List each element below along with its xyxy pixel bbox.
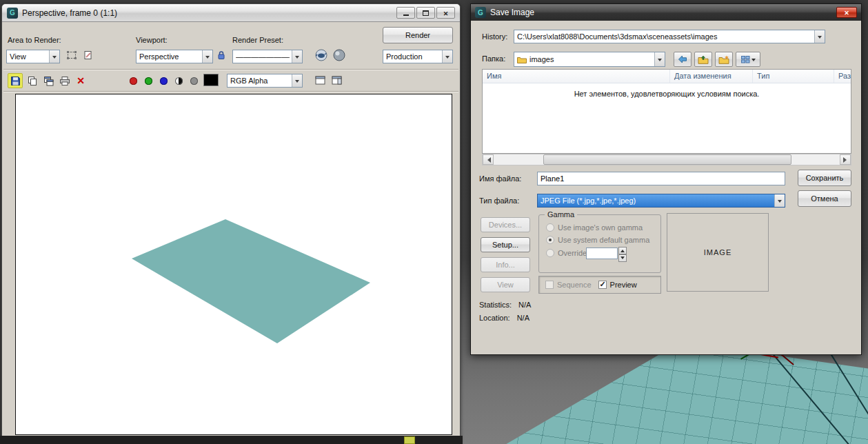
window-layout-icon: [315, 76, 325, 85]
save-image-button[interactable]: [8, 73, 23, 88]
taskbar-strip[interactable]: [0, 436, 463, 444]
statistics-label: Statistics:: [479, 301, 512, 309]
dialog-titlebar[interactable]: Save Image: [471, 4, 861, 21]
checkbox-checked-icon: [598, 281, 607, 289]
chevron-down-icon: [292, 50, 302, 63]
save-button[interactable]: Сохранить: [798, 170, 851, 186]
file-list[interactable]: Имя Дата изменения Тип Раз Нет элементов…: [482, 69, 851, 154]
up-one-level-button[interactable]: [694, 52, 712, 67]
toggle-ui-button[interactable]: [329, 72, 344, 88]
window-controls: [396, 7, 455, 19]
spinner-down-icon[interactable]: [618, 254, 627, 262]
clone-window-button[interactable]: [41, 73, 56, 88]
render-preset-select[interactable]: ——————————: [232, 50, 303, 63]
environment-effects-button[interactable]: [332, 48, 347, 63]
radio-checked-icon: [546, 236, 554, 244]
column-header-date-modified[interactable]: Дата изменения: [670, 70, 753, 83]
minimize-button[interactable]: [396, 7, 415, 19]
print-image-button[interactable]: [57, 73, 72, 88]
clear-x-icon: ✕: [77, 76, 85, 85]
auto-region-button[interactable]: [81, 48, 96, 63]
alpha-channel-button[interactable]: [188, 75, 200, 87]
lock-icon: [217, 50, 225, 61]
filetype-value: JPEG File (*.jpg,*.jpe,*.jpeg): [541, 196, 772, 205]
column-header-type[interactable]: Тип: [753, 70, 834, 83]
filetype-label: Тип файла:: [479, 196, 519, 205]
column-header-size[interactable]: Раз: [834, 70, 851, 83]
app-icon: [7, 8, 18, 19]
edit-region-icon: [66, 50, 77, 61]
background-color-swatch[interactable]: [203, 74, 219, 86]
filetype-select[interactable]: JPEG File (*.jpg,*.jpe,*.jpeg): [537, 194, 785, 208]
viewport-select[interactable]: Perspective: [136, 50, 213, 63]
sequence-checkbox-row[interactable]: Sequence: [545, 281, 592, 289]
view-button[interactable]: View: [481, 277, 530, 292]
green-channel-button[interactable]: [143, 75, 154, 87]
copy-image-button[interactable]: [24, 73, 39, 88]
gamma-option-own[interactable]: Use image's own gamma: [546, 223, 643, 232]
back-arrow-icon: [678, 55, 687, 63]
view-menu-button[interactable]: [736, 52, 760, 67]
cancel-button-label: Отмена: [811, 194, 838, 203]
save-icon: [10, 76, 21, 86]
blue-channel-button[interactable]: [158, 75, 170, 87]
production-mode-value: Production: [386, 52, 440, 61]
alpha-channel-icon: [190, 77, 198, 85]
preview-checkbox-row[interactable]: Preview: [598, 281, 637, 289]
folder-icon: [517, 56, 527, 63]
sphere-icon: [333, 49, 345, 61]
statistics-value: N/A: [518, 301, 531, 309]
scrollbar-thumb[interactable]: [543, 154, 791, 165]
desktop: Perspective, frame 0 (1:1) Area to Rende…: [0, 0, 868, 444]
setup-button[interactable]: Setup...: [481, 237, 530, 252]
chevron-down-icon: [774, 194, 785, 207]
taskbar-notification-button[interactable]: [404, 436, 415, 444]
info-button[interactable]: Info...: [481, 257, 530, 272]
close-icon: [443, 9, 449, 17]
history-label: History:: [482, 32, 507, 41]
production-mode-select[interactable]: Production: [383, 50, 453, 63]
save-image-dialog-icon: [475, 7, 486, 18]
save-button-label: Сохранить: [806, 174, 844, 182]
lock-viewport-button[interactable]: [214, 48, 228, 63]
folder-select[interactable]: images: [514, 52, 665, 67]
monochrome-channel-button[interactable]: [173, 75, 185, 87]
close-button[interactable]: [436, 7, 455, 19]
history-select[interactable]: C:\Users\xlat8088\Documents\3dsmax\scene…: [514, 30, 825, 43]
gamma-option-system-default[interactable]: Use system default gamma: [546, 236, 649, 244]
area-to-render-label: Area to Render:: [8, 36, 61, 44]
render-window-titlebar[interactable]: Perspective, frame 0 (1:1): [2, 4, 460, 22]
folder-value: images: [529, 55, 649, 63]
render-setup-button[interactable]: [314, 48, 329, 63]
edit-region-button[interactable]: [64, 48, 79, 63]
toggle-ui-overlays-button[interactable]: [312, 72, 327, 88]
dialog-close-button[interactable]: [836, 7, 857, 18]
column-header-name[interactable]: Имя: [483, 70, 670, 83]
back-button[interactable]: [674, 52, 692, 67]
horizontal-scrollbar[interactable]: [482, 154, 851, 165]
scroll-right-button[interactable]: [840, 154, 851, 165]
minimize-icon: [403, 14, 409, 16]
override-gamma-input[interactable]: [586, 248, 618, 259]
history-path-value: C:\Users\xlat8088\Documents\3dsmax\scene…: [517, 32, 812, 41]
filename-input[interactable]: [537, 172, 785, 185]
cancel-button[interactable]: Отмена: [798, 190, 851, 207]
clear-image-button[interactable]: ✕: [73, 73, 88, 88]
spinner-up-icon[interactable]: [618, 247, 627, 254]
chevron-down-icon: [49, 50, 59, 63]
toolbar-separator: [3, 91, 458, 92]
render-button[interactable]: Render: [383, 27, 453, 43]
maximize-button[interactable]: [416, 7, 435, 19]
area-to-render-select[interactable]: View: [6, 50, 60, 63]
gamma-option-override[interactable]: Override: [546, 249, 587, 257]
new-folder-button[interactable]: [715, 52, 733, 67]
scrollbar-track[interactable]: [494, 154, 840, 165]
devices-button[interactable]: Devices...: [481, 217, 530, 232]
green-channel-icon: [145, 77, 152, 85]
scroll-left-button[interactable]: [483, 154, 494, 165]
channel-display-select[interactable]: RGB Alpha: [227, 74, 303, 88]
blue-channel-icon: [160, 77, 168, 85]
scroll-right-icon: [843, 157, 849, 163]
override-gamma-spinner[interactable]: [618, 247, 627, 259]
red-channel-button[interactable]: [128, 75, 139, 87]
